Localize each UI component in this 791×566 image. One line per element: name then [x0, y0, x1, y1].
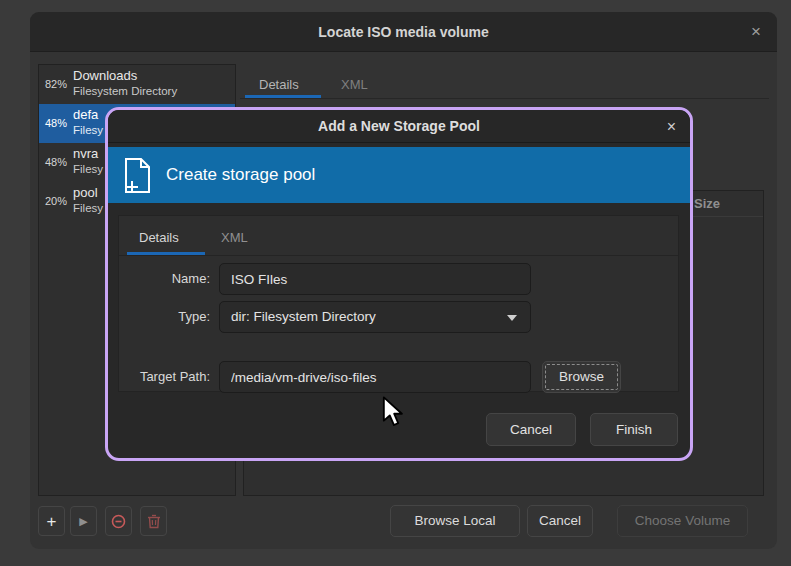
dialog-cancel-button[interactable]: Cancel: [486, 413, 576, 446]
pool-name: Downloads: [73, 68, 137, 83]
choose-volume-button[interactable]: Choose Volume: [617, 505, 748, 537]
delete-pool-button[interactable]: [140, 506, 167, 536]
chevron-down-icon: [507, 315, 517, 321]
pool-usage-percent: 20%: [39, 182, 73, 221]
mouse-cursor: [382, 396, 404, 427]
dialog-titlebar: Add a New Storage Pool ×: [108, 110, 690, 143]
plus-icon: +: [47, 513, 57, 530]
remove-circle-icon: [111, 514, 126, 529]
pool-type: Filesy: [73, 124, 103, 136]
name-label: Name:: [172, 263, 210, 295]
pool-type: Filesy: [73, 163, 103, 175]
tab-separator: [240, 98, 769, 99]
banner-heading: Create storage pool: [166, 165, 315, 185]
browse-local-button[interactable]: Browse Local: [390, 505, 520, 537]
pool-usage-percent: 82%: [39, 65, 73, 104]
type-label: Type:: [178, 301, 210, 333]
cancel-button[interactable]: Cancel: [527, 505, 593, 537]
dialog-close-icon[interactable]: ×: [667, 110, 676, 143]
pool-usage-percent: 48%: [39, 104, 73, 143]
target-path-label: Target Path:: [140, 361, 210, 393]
dialog-tab-details[interactable]: Details: [139, 226, 179, 250]
dialog-notebook: Details XML Name: Type: dir: Filesystem …: [118, 215, 679, 392]
dialog-finish-button[interactable]: Finish: [590, 413, 678, 446]
window-close-icon[interactable]: ×: [751, 12, 761, 52]
new-document-icon: [122, 157, 152, 194]
dialog-tab-separator: [119, 255, 678, 256]
create-storage-pool-banner: Create storage pool: [108, 147, 690, 203]
stop-pool-button[interactable]: [105, 506, 132, 536]
window-title: Locate ISO media volume: [30, 12, 777, 52]
dialog-tab-xml[interactable]: XML: [221, 226, 248, 250]
pool-type: Filesystem Directory: [73, 85, 177, 97]
tab-xml[interactable]: XML: [341, 72, 368, 98]
screen: Locate ISO media volume × 82% Downloads …: [0, 0, 791, 566]
pool-name: nvra: [73, 146, 98, 161]
dialog-title: Add a New Storage Pool: [108, 110, 690, 143]
pool-type: Filesy: [73, 202, 103, 214]
size-column-header[interactable]: Size: [694, 191, 720, 217]
browse-button[interactable]: Browse: [542, 361, 621, 393]
name-input[interactable]: [219, 263, 531, 295]
pool-row-downloads[interactable]: 82% Downloads Filesystem Directory: [39, 65, 235, 104]
trash-icon: [147, 514, 161, 529]
type-dropdown[interactable]: dir: Filesystem Directory: [219, 301, 531, 333]
type-dropdown-value: dir: Filesystem Directory: [231, 309, 376, 324]
play-icon: ▶: [79, 516, 87, 527]
pool-name: defa: [73, 107, 98, 122]
pool-name: pool: [73, 185, 98, 200]
add-pool-button[interactable]: +: [38, 506, 65, 536]
start-pool-button[interactable]: ▶: [70, 506, 97, 536]
pool-usage-percent: 48%: [39, 143, 73, 182]
window-titlebar: Locate ISO media volume ×: [30, 12, 777, 52]
target-path-input[interactable]: [219, 361, 531, 393]
